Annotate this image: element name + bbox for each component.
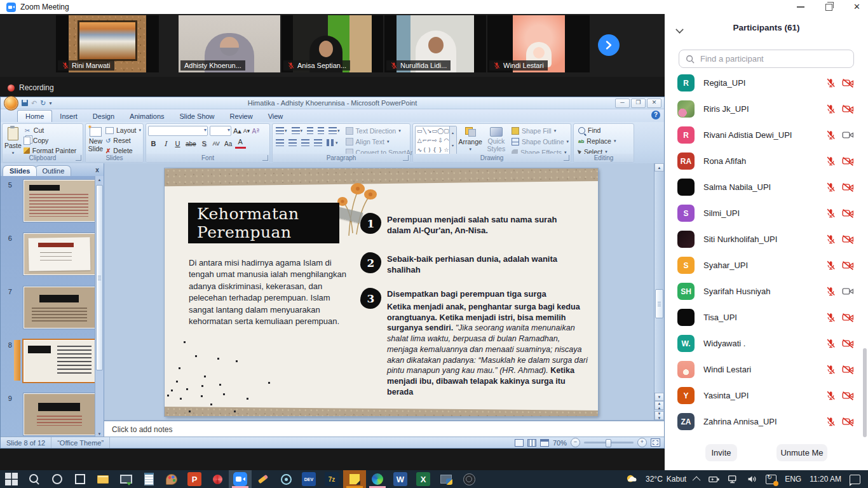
- app-update-tray-icon[interactable]: [766, 475, 776, 484]
- ribbon-tab-home[interactable]: Home: [17, 110, 52, 122]
- slide-title[interactable]: Kehormatan Perempuan: [188, 203, 339, 243]
- fit-to-window-button[interactable]: [651, 438, 660, 447]
- office-button[interactable]: [4, 96, 18, 111]
- previous-slide-button[interactable]: ▲▲: [654, 401, 664, 410]
- paste-button[interactable]: Paste▾: [4, 126, 22, 156]
- participant-row[interactable]: RRivani Adistia Dewi_UPI: [665, 122, 863, 148]
- ribbon-tab-animations[interactable]: Animations: [122, 111, 172, 122]
- battery-icon[interactable]: [709, 475, 719, 484]
- participant-row[interactable]: Siti Nurkholifah_UPI: [665, 226, 863, 252]
- word-taskbar-button[interactable]: W: [389, 470, 412, 488]
- scrollbar-thumb[interactable]: [655, 289, 663, 318]
- ribbon-tab-review[interactable]: Review: [222, 111, 261, 122]
- ribbon-tab-view[interactable]: View: [261, 111, 291, 122]
- find-button[interactable]: Find: [578, 126, 616, 135]
- scroll-up-icon[interactable]: ▲: [95, 176, 104, 184]
- cut-button[interactable]: ✂Cut: [24, 126, 76, 135]
- participant-row[interactable]: W.Widyawati .: [665, 330, 863, 356]
- pencil-app-taskbar-button[interactable]: [252, 470, 275, 488]
- participant-row[interactable]: Windi Lestari: [665, 356, 863, 383]
- reset-button[interactable]: ↺Reset: [105, 136, 141, 145]
- point-3-body[interactable]: Ketika menjadi anak, penghantar surga ba…: [387, 302, 590, 398]
- powerpoint-taskbar-button[interactable]: P: [183, 470, 206, 488]
- line-spacing-button[interactable]: ▾: [327, 126, 341, 135]
- video-tile-4[interactable]: Nurulfida Lidi...: [384, 15, 486, 72]
- action-center-icon[interactable]: [850, 475, 860, 484]
- qat-dropdown-icon[interactable]: ▾: [49, 100, 51, 106]
- zoom-taskbar-button[interactable]: [229, 470, 252, 488]
- save-icon[interactable]: [22, 100, 28, 106]
- font-style-button-b[interactable]: B: [148, 139, 159, 149]
- ribbon-tab-insert[interactable]: Insert: [52, 111, 85, 122]
- dialog-launcher-icon[interactable]: [564, 155, 569, 161]
- video-tile-1[interactable]: Rini Marwati: [56, 15, 159, 72]
- text-direction-button[interactable]: Text Direction▾: [346, 126, 419, 135]
- python-taskbar-button[interactable]: [435, 470, 458, 488]
- shape-outline-button[interactable]: Shape Outline▾: [512, 137, 569, 146]
- font-style-button-abe[interactable]: abe: [184, 139, 198, 149]
- slide-thumbnail-8[interactable]: 8: [1, 340, 95, 393]
- close-button[interactable]: ✕: [647, 98, 661, 108]
- slide-thumbnail-9[interactable]: 9: [1, 393, 95, 438]
- replace-button[interactable]: abReplace▾: [578, 137, 616, 146]
- participant-row[interactable]: Tisa_UPI: [665, 304, 863, 330]
- shape-fill-button[interactable]: Shape Fill▾: [512, 126, 569, 135]
- participant-row[interactable]: ZAZahrina Annisa_UPI: [665, 409, 863, 435]
- help-icon[interactable]: ?: [651, 111, 660, 119]
- slide-thumbnail-5[interactable]: 5: [1, 180, 95, 233]
- participant-row[interactable]: Salma Nabila_UPI: [665, 174, 863, 200]
- font-style-button-av[interactable]: AV: [211, 139, 222, 149]
- task-view-taskbar-button[interactable]: [69, 470, 92, 488]
- slides-panel-scrollbar[interactable]: ▲ ▼: [95, 176, 104, 438]
- close-button[interactable]: ✕: [853, 3, 860, 11]
- restore-button[interactable]: [825, 4, 832, 11]
- scroll-down-icon[interactable]: ▼: [654, 393, 664, 401]
- obs-taskbar-button[interactable]: [458, 470, 480, 488]
- scroll-up-icon[interactable]: ▲: [654, 163, 664, 172]
- font-style-button-aa[interactable]: Aa: [223, 139, 234, 149]
- grow-font-button[interactable]: A▴: [233, 127, 241, 135]
- editor-scrollbar[interactable]: ▲ ▼: [654, 163, 664, 401]
- dialog-launcher-icon[interactable]: [76, 155, 81, 161]
- close-slides-panel-icon[interactable]: x: [93, 166, 102, 174]
- weather-label[interactable]: Kabut: [667, 475, 686, 484]
- participant-search[interactable]: [679, 50, 854, 68]
- slideshow-view-button[interactable]: [540, 439, 549, 447]
- undo-icon[interactable]: ↶: [31, 100, 37, 107]
- next-participants-button[interactable]: [598, 34, 620, 56]
- sticky-notes-taskbar-button[interactable]: [343, 470, 366, 488]
- align-right-button[interactable]: [300, 138, 311, 147]
- ribbon-tab-design[interactable]: Design: [85, 111, 122, 122]
- unmute-me-button[interactable]: Unmute Me: [776, 444, 827, 461]
- zoom-out-button[interactable]: −: [571, 438, 580, 447]
- restore-button[interactable]: ❐: [631, 98, 646, 108]
- notes-pane[interactable]: Click to add notes: [104, 420, 664, 438]
- redo-icon[interactable]: ↻: [40, 100, 46, 107]
- participant-row[interactable]: Riris Jk_UPI: [665, 96, 863, 122]
- clock[interactable]: 11:20 AM: [810, 475, 841, 484]
- justify-button[interactable]: [313, 138, 323, 147]
- video-tile-5[interactable]: Windi Lestari: [487, 15, 590, 72]
- 7zip-taskbar-button[interactable]: 7z: [320, 470, 343, 488]
- font-name-select[interactable]: [148, 126, 208, 136]
- dev-cpp-taskbar-button[interactable]: DEV: [297, 470, 320, 488]
- start-taskbar-button[interactable]: [0, 470, 23, 488]
- align-text-button[interactable]: Align Text▾: [346, 137, 419, 146]
- scrollbar-thumb[interactable]: [96, 185, 103, 370]
- slide-thumbnail-6[interactable]: 6: [1, 233, 95, 287]
- dialog-launcher-icon[interactable]: [403, 155, 409, 161]
- excel-taskbar-button[interactable]: X: [412, 470, 435, 488]
- participant-row[interactable]: SHSyarifah Husniyah: [665, 278, 863, 304]
- file-explorer-taskbar-button[interactable]: [92, 470, 114, 488]
- red-fan-app-taskbar-button[interactable]: [206, 470, 229, 488]
- columns-button[interactable]: ▾: [325, 138, 339, 147]
- dialog-launcher-icon[interactable]: [262, 155, 268, 161]
- minimize-button[interactable]: [797, 6, 804, 8]
- tab-outline[interactable]: Outline: [35, 165, 71, 176]
- align-left-button[interactable]: [275, 138, 285, 147]
- video-tile-2[interactable]: Adhisty Khoerun...: [179, 15, 280, 72]
- font-style-button-a[interactable]: A: [235, 139, 246, 149]
- layout-button[interactable]: Layout▾: [105, 126, 141, 135]
- font-size-select[interactable]: [210, 126, 231, 136]
- decrease-indent-button[interactable]: [306, 126, 315, 135]
